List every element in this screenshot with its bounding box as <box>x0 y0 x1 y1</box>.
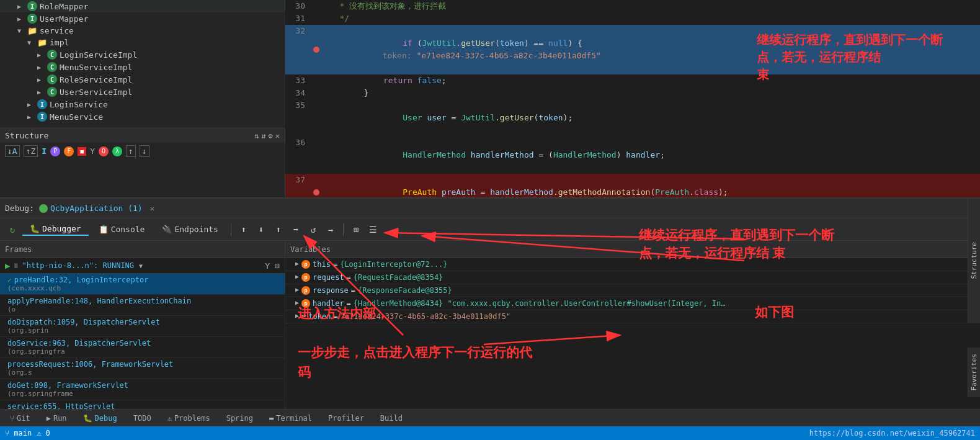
var-item-request[interactable]: ▶ p request = {RequestFacade@8354} <box>285 271 980 284</box>
impl-folder-icon: 📁 <box>37 38 47 47</box>
frame-item-4[interactable]: processRequest:1006, FrameworkServlet (o… <box>0 358 285 379</box>
sep2 <box>343 223 344 236</box>
git-icon: ⑂ <box>10 414 14 423</box>
btab-todo[interactable]: TODO <box>126 412 159 424</box>
problems-icon: ⚠ <box>167 414 172 423</box>
favorites-sidebar[interactable]: Favorites <box>968 348 980 397</box>
btab-run[interactable]: ▶ Run <box>39 412 74 424</box>
evaluate-btn[interactable]: → <box>323 222 338 237</box>
letter-i-icon[interactable]: I <box>42 146 47 156</box>
tree-arrow: ▶ <box>37 76 45 83</box>
table-view-btn[interactable]: ⊞ <box>349 222 363 237</box>
filter-frames-icon[interactable]: Y <box>265 261 270 271</box>
purple-p-icon[interactable]: P <box>50 146 60 156</box>
frame-item-0[interactable]: ✓ preHandle:32, LoginInterceptor (com.xx… <box>0 274 285 295</box>
frame-item-1[interactable]: applyPreHandle:148, HandlerExecutionChai… <box>0 295 285 316</box>
service-label: service <box>40 26 74 35</box>
lambda-icon[interactable]: λ <box>112 146 122 156</box>
step-out-btn[interactable]: ⬆ <box>271 222 286 237</box>
tab-console[interactable]: 📋 Console <box>91 223 153 235</box>
btab-profiler[interactable]: Profiler <box>321 412 372 424</box>
roleserviceimpl-label: RoleServiceImpl <box>60 75 132 84</box>
btab-debug[interactable]: 🐛 Debug <box>76 412 125 424</box>
structure-sidebar[interactable]: Structure <box>968 199 980 323</box>
service-folder-icon: 📁 <box>27 26 37 35</box>
tree-item-userserviceimpl[interactable]: ▶ C UserServiceImpl <box>0 86 285 98</box>
tree-arrow: ▶ <box>37 64 45 71</box>
tree-arrow: ▶ <box>17 3 25 10</box>
tree-item-roleserviceimpl[interactable]: ▶ C RoleServiceImpl <box>0 73 285 86</box>
filter-icon[interactable]: Y <box>90 146 95 156</box>
move-up-icon[interactable]: ↑ <box>126 145 136 157</box>
tree-arrow: ▶ <box>27 114 35 120</box>
var-item-this[interactable]: ▶ p this = {LoginInterceptor@72...} <box>285 258 980 271</box>
code-line-34: 34 } <box>285 87 980 99</box>
btab-build[interactable]: Build <box>373 412 410 424</box>
var-item-token[interactable]: ▶ ≡ token = "e71ee824-337c-4b65-a82c-3b4… <box>285 310 980 323</box>
loginservice-icon: I <box>37 99 47 109</box>
tree-arrow: ▶ <box>37 89 45 96</box>
tree-arrow: ▶ <box>17 16 25 22</box>
circle-icon[interactable]: O <box>99 146 109 156</box>
dropdown-icon[interactable]: ▼ <box>139 263 143 269</box>
var-icon-request: p <box>301 273 310 282</box>
sort-alpha-icon[interactable]: ↓A <box>5 145 20 157</box>
status-warnings: ⚠ 0 <box>37 429 50 438</box>
structure-sidebar-label: Structure <box>968 240 980 282</box>
btab-terminal[interactable]: ▬ Terminal <box>262 412 319 424</box>
run-to-cursor-btn[interactable]: ➡ <box>288 222 303 237</box>
frame-item-5[interactable]: doGet:898, FrameworkServlet (org.springf… <box>0 379 285 400</box>
btab-problems[interactable]: ⚠ Problems <box>160 412 218 424</box>
debug-icon: 🐛 <box>83 414 92 423</box>
console-tab-icon: 📋 <box>99 225 109 234</box>
debug-section: Debug: QcbyApplication (1) ✕ ↻ 🐛 Debugge… <box>0 199 980 440</box>
btab-git[interactable]: ⑂ Git <box>2 412 38 424</box>
code-line-36: 36 HandlerMethod handlerMethod = (Handle… <box>285 137 980 174</box>
tree-arrow: ▶ <box>27 101 35 108</box>
tree-item-loginservice[interactable]: ▶ I LoginService <box>0 98 285 110</box>
userserviceimpl-icon: C <box>47 87 57 97</box>
status-git[interactable]: ⑂ main <box>5 429 32 438</box>
list-view-btn[interactable]: ☰ <box>366 222 381 237</box>
move-down-icon[interactable]: ↓ <box>140 145 149 157</box>
tab-endpoints[interactable]: 🔌 Endpoints <box>154 223 225 235</box>
step-over-btn[interactable]: ⬆ <box>236 222 251 237</box>
bottom-tabs: ⑂ Git ▶ Run 🐛 Debug TODO ⚠ Problems Spri… <box>0 409 980 426</box>
tree-item-usermapper[interactable]: ▶ I UserMapper <box>0 12 285 25</box>
sort-z-icon[interactable]: ↑Z <box>24 145 38 157</box>
debugger-tab-icon: 🐛 <box>30 224 40 233</box>
tree-item-service[interactable]: ▼ 📁 service <box>0 25 285 37</box>
frame-item-3[interactable]: doService:963, DispatcherServlet (org.sp… <box>0 337 285 358</box>
orange-f-icon[interactable]: F <box>64 146 74 156</box>
var-icon-this: p <box>301 260 310 269</box>
settings-icon[interactable]: ⚙ <box>269 132 273 140</box>
sort2-icon[interactable]: ⇵ <box>261 132 265 140</box>
breakpoint-37 <box>313 189 319 195</box>
usermapper-icon: I <box>27 14 37 24</box>
pause-icon: ⏸ <box>12 262 19 270</box>
close-icon[interactable]: ✕ <box>275 132 280 140</box>
step-into-btn[interactable]: ⬇ <box>254 222 269 237</box>
tab-debugger[interactable]: 🐛 Debugger <box>22 223 89 236</box>
debug-close-btn[interactable]: ✕ <box>150 204 154 213</box>
code-line-37: 37 PreAuth preAuth = handlerMethod.getMe… <box>285 174 980 197</box>
show-frames-icon[interactable]: ⊟ <box>275 261 280 271</box>
refresh-btn[interactable]: ↻ <box>5 222 20 237</box>
thread-selector[interactable]: ▶ ⏸ "http-nio-8...n": RUNNING ▼ Y ⊟ <box>0 258 285 274</box>
menuservice-icon: I <box>37 112 47 122</box>
btab-spring[interactable]: Spring <box>219 412 261 424</box>
reset-btn[interactable]: ↺ <box>306 222 321 237</box>
var-item-response[interactable]: ▶ p response = {ResponseFacade@8355} <box>285 284 980 297</box>
sort-icon[interactable]: ⇅ <box>254 132 259 140</box>
tree-item-menuservice[interactable]: ▶ I MenuService <box>0 110 285 123</box>
loginserviceimpl-icon: C <box>47 50 57 60</box>
red-block-icon[interactable]: ■ <box>78 147 86 156</box>
tree-item-rolemapper[interactable]: ▶ I RoleMapper <box>0 0 285 12</box>
tree-item-menuserviceimpl[interactable]: ▶ C MenuServiceImpl <box>0 61 285 73</box>
rolemapper-icon: I <box>27 1 37 11</box>
frame-item-2[interactable]: doDispatch:1059, DispatcherServlet (org.… <box>0 316 285 337</box>
var-item-handler[interactable]: ▶ p handler = {HandlerMethod@8434} "com.… <box>285 297 980 310</box>
tree-item-impl[interactable]: ▼ 📁 impl <box>0 37 285 48</box>
tree-item-loginserviceimpl[interactable]: ▶ C LoginServiceImpl <box>0 48 285 61</box>
debug-header: Debug: QcbyApplication (1) ✕ <box>0 199 980 218</box>
